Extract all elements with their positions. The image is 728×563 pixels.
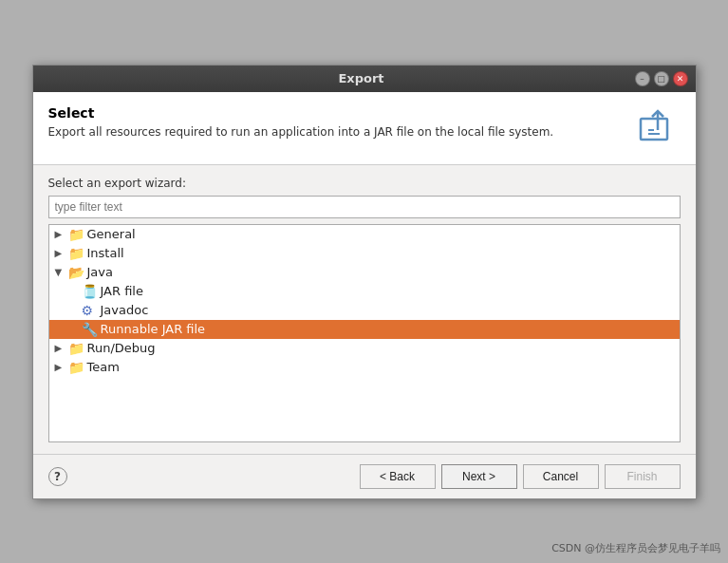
footer-left: ? <box>48 467 67 486</box>
tree-label-jar-file: JAR file <box>101 284 143 298</box>
tree-label-general: General <box>87 227 136 241</box>
tree-item-runnable-jar[interactable]: 🔧 Runnable JAR file <box>49 320 680 339</box>
folder-icon-run-debug: 📁 <box>68 341 84 356</box>
expand-arrow-general: ▶ <box>55 229 66 239</box>
tree-label-java: Java <box>87 265 113 279</box>
dialog-body: Select Export all resources required to … <box>33 92 696 498</box>
tree-item-java[interactable]: ▼ 📂 Java <box>49 263 680 282</box>
header-title: Select <box>48 105 625 121</box>
tree-item-install[interactable]: ▶ 📁 Install <box>49 244 680 263</box>
jar-icon: 🫙 <box>82 284 97 299</box>
tree-item-team[interactable]: ▶ 📁 Team <box>49 358 680 377</box>
cancel-button[interactable]: Cancel <box>523 464 599 489</box>
tree-item-jar-file[interactable]: 🫙 JAR file <box>49 282 680 301</box>
finish-button[interactable]: Finish <box>605 464 681 489</box>
content-section: Select an export wizard: ▶ 📁 General ▶ 📁 <box>33 165 696 454</box>
tree-item-general[interactable]: ▶ 📁 General <box>49 225 680 244</box>
folder-icon-install: 📁 <box>68 246 84 261</box>
folder-icon-general: 📁 <box>68 227 84 242</box>
tree-item-javadoc[interactable]: ⚙ Javadoc <box>49 301 680 320</box>
close-button[interactable]: ✕ <box>673 71 688 86</box>
runjar-icon: 🔧 <box>82 322 97 337</box>
maximize-button[interactable]: □ <box>654 71 669 86</box>
expand-arrow-runnable <box>68 324 80 334</box>
footer-buttons: < Back Next > Cancel Finish <box>360 464 681 489</box>
expand-arrow-team: ▶ <box>55 362 66 372</box>
footer-section: ? < Back Next > Cancel Finish <box>33 454 696 498</box>
expand-arrow-jar <box>68 286 80 296</box>
window-controls: – □ ✕ <box>635 71 688 86</box>
header-description: Export all resources required to run an … <box>48 124 625 141</box>
tree-view[interactable]: ▶ 📁 General ▶ 📁 Install ▼ 📂 Java <box>48 224 681 442</box>
next-button[interactable]: Next > <box>441 464 517 489</box>
expand-arrow-javadoc <box>68 305 80 315</box>
tree-label-install: Install <box>87 246 124 260</box>
watermark: CSDN @仿生程序员会梦见电子羊吗 <box>551 541 720 555</box>
tree-item-run-debug[interactable]: ▶ 📁 Run/Debug <box>49 339 680 358</box>
window-title: Export <box>88 71 635 85</box>
folder-icon-team: 📁 <box>68 360 84 375</box>
expand-arrow-run-debug: ▶ <box>55 343 66 353</box>
expand-arrow-java: ▼ <box>55 267 66 277</box>
tree-label-javadoc: Javadoc <box>101 303 149 317</box>
filter-label: Select an export wizard: <box>48 177 681 190</box>
header-text: Select Export all resources required to … <box>48 105 625 141</box>
javadoc-icon: ⚙ <box>82 303 97 318</box>
expand-arrow-install: ▶ <box>55 248 66 258</box>
export-dialog: Export – □ ✕ Select Export all resources… <box>32 65 697 499</box>
title-bar: Export – □ ✕ <box>33 66 696 92</box>
export-icon <box>635 105 681 151</box>
tree-label-run-debug: Run/Debug <box>87 341 156 355</box>
tree-label-runnable-jar: Runnable JAR file <box>101 322 206 336</box>
header-section: Select Export all resources required to … <box>33 92 696 165</box>
help-button[interactable]: ? <box>48 467 67 486</box>
folder-icon-java: 📂 <box>68 265 84 280</box>
filter-input[interactable] <box>48 196 681 218</box>
minimize-button[interactable]: – <box>635 71 650 86</box>
back-button[interactable]: < Back <box>360 464 436 489</box>
tree-label-team: Team <box>87 360 120 374</box>
